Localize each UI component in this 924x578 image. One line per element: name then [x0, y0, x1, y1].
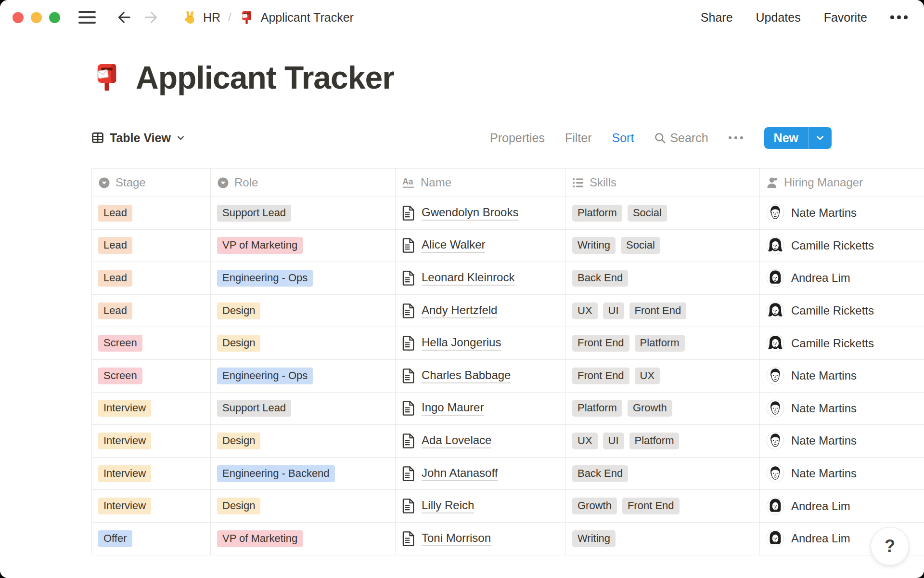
properties-button[interactable]: Properties [490, 131, 545, 145]
stage-cell[interactable]: Interview [92, 393, 211, 425]
column-header-skills[interactable]: Skills [566, 169, 760, 197]
hiring-manager-cell[interactable]: Nate Martins [760, 425, 924, 457]
hiring-manager-cell[interactable]: Andrea Lim [760, 262, 924, 294]
name-cell[interactable]: John Atanasoff [396, 458, 566, 490]
stage-cell[interactable]: Interview [92, 425, 211, 457]
applicant-page-link[interactable]: Lilly Reich [422, 499, 474, 513]
sidebar-menu-icon[interactable] [78, 11, 96, 24]
skills-cell[interactable]: UXUIFront End [566, 295, 760, 327]
stage-cell[interactable]: Offer [92, 523, 211, 555]
skills-cell[interactable]: WritingSocial [566, 230, 760, 262]
stage-cell[interactable]: Interview [92, 458, 211, 490]
stage-cell[interactable]: Lead [92, 230, 211, 262]
stage-cell[interactable]: Screen [92, 327, 211, 359]
table-row: Screen Engineering - Ops Charles Babbage… [92, 360, 924, 393]
name-cell[interactable]: Leonard Kleinrock [396, 262, 566, 294]
name-cell[interactable]: Toni Morrison [396, 523, 566, 555]
new-button[interactable]: New [764, 127, 832, 149]
skill-tag: Writing [572, 530, 616, 547]
role-cell[interactable]: Engineering - Ops [211, 360, 396, 392]
skill-tag: Platform [629, 433, 680, 449]
updates-button[interactable]: Updates [756, 11, 801, 25]
page-icon-postbox[interactable] [91, 62, 122, 93]
skills-cell[interactable]: GrowthFront End [566, 490, 760, 522]
hiring-manager-cell[interactable]: Nate Martins [760, 360, 924, 392]
applicant-page-link[interactable]: Toni Morrison [422, 531, 491, 546]
applicant-page-link[interactable]: Alice Walker [422, 238, 485, 253]
role-cell[interactable]: Engineering - Ops [211, 262, 396, 294]
role-cell[interactable]: Design [211, 327, 396, 359]
name-cell[interactable]: Ada Lovelace [396, 425, 566, 457]
filter-button[interactable]: Filter [565, 131, 592, 145]
breadcrumb-workspace[interactable]: HR [203, 11, 220, 25]
applicant-page-link[interactable]: Charles Babbage [422, 368, 511, 383]
hiring-manager-cell[interactable]: Andrea Lim [760, 490, 924, 522]
stage-cell[interactable]: Lead [92, 262, 211, 294]
applicant-page-link[interactable]: John Atanasoff [422, 466, 498, 481]
name-cell[interactable]: Lilly Reich [396, 490, 566, 522]
column-header-stage[interactable]: Stage [92, 169, 211, 197]
forward-arrow-icon[interactable] [143, 9, 159, 26]
breadcrumb-page[interactable]: Applicant Tracker [261, 11, 354, 25]
role-cell[interactable]: Support Lead [211, 197, 396, 229]
name-cell[interactable]: Gwendolyn Brooks [396, 197, 566, 229]
applicant-page-link[interactable]: Gwendolyn Brooks [422, 206, 518, 221]
more-options-icon[interactable] [890, 15, 908, 19]
name-cell[interactable]: Hella Jongerius [396, 327, 566, 359]
applicant-page-link[interactable]: Ada Lovelace [422, 434, 491, 448]
applicant-page-link[interactable]: Andy Hertzfeld [422, 303, 497, 318]
share-button[interactable]: Share [701, 11, 733, 25]
name-cell[interactable]: Andy Hertzfeld [396, 295, 566, 327]
name-cell[interactable]: Alice Walker [396, 230, 566, 262]
role-cell[interactable]: VP of Marketing [211, 523, 396, 555]
role-cell[interactable]: Design [211, 490, 396, 522]
stage-cell[interactable]: Screen [92, 360, 211, 392]
close-window-button[interactable] [13, 12, 24, 23]
table-body: Lead Support Lead Gwendolyn Brooks Platf… [92, 197, 924, 555]
role-cell[interactable]: Support Lead [211, 393, 396, 425]
minimize-window-button[interactable] [31, 12, 42, 23]
hiring-manager-cell[interactable]: Camille Ricketts [760, 327, 924, 359]
role-cell[interactable]: VP of Marketing [211, 230, 396, 262]
table-view-switcher[interactable]: Table View [91, 131, 185, 145]
new-button-label[interactable]: New [764, 127, 808, 149]
toolbar-more-icon[interactable] [729, 136, 743, 139]
name-cell[interactable]: Ingo Maurer [396, 393, 566, 425]
hiring-manager-cell[interactable]: Nate Martins [760, 458, 924, 490]
role-cell[interactable]: Engineering - Backend [211, 458, 396, 490]
role-cell[interactable]: Design [211, 295, 396, 327]
zoom-window-button[interactable] [49, 12, 60, 23]
hiring-manager-cell[interactable]: Camille Ricketts [760, 230, 924, 262]
skills-cell[interactable]: PlatformGrowth [566, 393, 760, 425]
name-cell[interactable]: Charles Babbage [396, 360, 566, 392]
skills-cell[interactable]: PlatformSocial [566, 197, 760, 229]
skills-cell[interactable]: UXUIPlatform [566, 425, 760, 457]
stage-cell[interactable]: Interview [92, 490, 211, 522]
skills-cell[interactable]: Back End [566, 458, 760, 490]
help-button[interactable]: ? [871, 527, 909, 565]
text-icon: Aa [402, 176, 415, 189]
manager-name: Andrea Lim [791, 532, 850, 545]
search-button[interactable]: Search [654, 131, 708, 145]
applicant-page-link[interactable]: Ingo Maurer [422, 401, 484, 416]
hiring-manager-cell[interactable]: Nate Martins [760, 393, 924, 425]
hiring-manager-cell[interactable]: Camille Ricketts [760, 295, 924, 327]
skills-cell[interactable]: Back End [566, 262, 760, 294]
hiring-manager-cell[interactable]: Nate Martins [760, 197, 924, 229]
new-button-chevron-icon[interactable] [808, 127, 832, 149]
column-header-hiring-manager[interactable]: Hiring Manager [760, 169, 924, 197]
sort-button[interactable]: Sort [612, 131, 634, 145]
skills-cell[interactable]: Front EndPlatform [566, 327, 760, 359]
skills-cell[interactable]: Front EndUX [566, 360, 760, 392]
back-arrow-icon[interactable] [116, 9, 132, 26]
applicant-page-link[interactable]: Leonard Kleinrock [422, 271, 514, 286]
skill-tag: Growth [572, 498, 617, 514]
applicant-page-link[interactable]: Hella Jongerius [422, 336, 501, 351]
skills-cell[interactable]: Writing [566, 523, 760, 555]
column-header-name[interactable]: AaName [396, 169, 566, 197]
favorite-button[interactable]: Favorite [824, 11, 867, 25]
column-header-role[interactable]: Role [211, 169, 396, 197]
role-cell[interactable]: Design [211, 425, 396, 457]
stage-cell[interactable]: Lead [92, 197, 211, 229]
stage-cell[interactable]: Lead [92, 295, 211, 327]
